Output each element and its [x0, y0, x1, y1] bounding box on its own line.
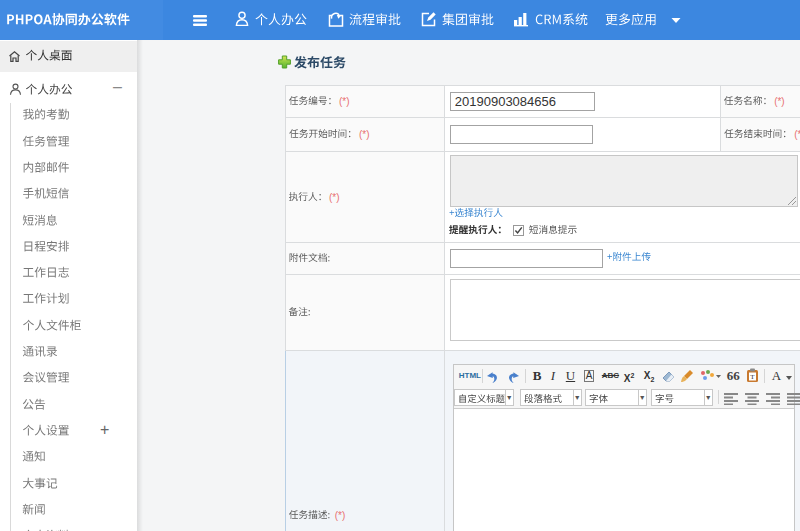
svg-text:T: T — [750, 373, 755, 381]
